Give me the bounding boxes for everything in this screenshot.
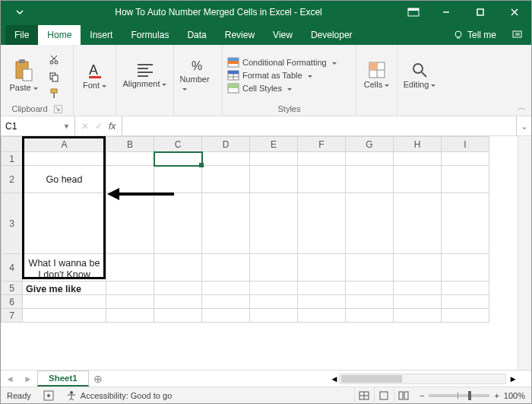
expand-formula-bar[interactable]: ⌄ [516,116,531,135]
tell-me[interactable]: Tell me [444,25,505,45]
zoom-slider[interactable] [429,394,489,397]
qat-customize[interactable] [1,8,39,17]
svg-line-40 [422,72,426,77]
col-header-G[interactable]: G [346,137,394,152]
cell-E1[interactable] [250,152,298,166]
cell-A2[interactable]: Go head [23,166,106,193]
tab-file[interactable]: File [5,25,38,45]
cell-A5[interactable]: Give me like [23,282,106,295]
minimize-button[interactable] [429,1,463,24]
cell-C1[interactable] [154,152,202,166]
macro-record[interactable] [37,390,60,401]
svg-rect-8 [513,31,521,37]
editing-label: Editing [404,80,436,89]
row-header-2[interactable]: 2 [2,166,23,193]
enter-formula[interactable]: ✓ [95,121,103,132]
number-button[interactable]: % Number [180,50,217,100]
cell-A4-line2: I don't Know [26,269,103,281]
format-as-table-button[interactable]: Format as Table [227,70,337,81]
row-header-4[interactable]: 4 [2,254,23,282]
alignment-icon [136,62,154,78]
cells-button[interactable]: Cells [361,50,392,100]
tab-home[interactable]: Home [38,25,81,45]
vertical-scrollbar[interactable] [518,136,531,370]
cell-A4-line1: What I wanna be [26,258,103,269]
horizontal-scrollbar[interactable] [339,374,506,384]
tab-data[interactable]: Data [178,25,215,45]
col-header-A[interactable]: A [23,137,106,152]
font-button[interactable]: A Font [78,50,111,100]
share-button[interactable] [505,24,531,45]
svg-rect-27 [228,61,239,64]
sheet-nav-prev[interactable]: ◄ [1,371,19,387]
group-styles: Conditional Formatting Format as Table C… [223,45,356,116]
row-header-1[interactable]: 1 [2,152,23,166]
row-header-3[interactable]: 3 [2,193,23,254]
view-page-break[interactable] [394,387,413,404]
view-normal[interactable] [354,387,374,404]
zoom-in[interactable]: + [494,391,499,400]
name-box[interactable]: C1 ▼ [1,116,75,135]
format-painter-button[interactable] [46,87,62,100]
zoom-out[interactable]: − [420,391,424,400]
col-header-F[interactable]: F [298,137,346,152]
cell-D1[interactable] [202,152,250,166]
cell-B1[interactable] [106,152,154,166]
col-header-B[interactable]: B [106,137,154,152]
collapse-ribbon[interactable]: ︿ [518,101,527,114]
paste-icon [14,59,33,81]
close-button[interactable] [497,1,531,24]
hscroll-left[interactable]: ◄ [330,374,338,383]
ribbon-display-options[interactable] [398,8,429,17]
accessibility-icon [66,390,77,401]
svg-rect-1 [408,8,419,11]
cell-A4[interactable]: What I wanna be I don't Know [23,254,106,282]
record-macro-icon [43,390,54,401]
tab-view[interactable]: View [264,25,302,45]
row-header-6[interactable]: 6 [2,295,23,309]
col-header-H[interactable]: H [394,137,442,152]
select-all-cell[interactable] [2,137,23,152]
editing-button[interactable]: Editing [402,50,437,100]
worksheet-grid[interactable]: A B C D E F G H I 1 [1,136,489,323]
row-header-5[interactable]: 5 [2,282,23,295]
clipboard-launcher[interactable]: ↘ [54,105,62,113]
tab-review[interactable]: Review [216,25,264,45]
cell-H1[interactable] [394,152,442,166]
sheet-nav-next[interactable]: ► [19,371,37,387]
tab-developer[interactable]: Developer [302,25,362,45]
cell-I1[interactable] [442,152,489,166]
titlebar: How To Auto Number Merged Cells in Excel… [1,1,531,24]
cell-G1[interactable] [346,152,394,166]
maximize-button[interactable] [463,1,497,24]
col-header-C[interactable]: C [154,137,202,152]
col-header-I[interactable]: I [442,137,489,152]
row-header-7[interactable]: 7 [2,309,23,323]
status-mode: Ready [1,391,37,400]
col-header-E[interactable]: E [250,137,298,152]
view-page-layout[interactable] [374,387,394,404]
insert-function[interactable]: fx [109,121,116,132]
col-header-D[interactable]: D [202,137,250,152]
accessibility-status[interactable]: Accessibility: Good to go [60,390,178,401]
cell-A3[interactable] [23,193,106,254]
cancel-formula[interactable]: ✕ [81,121,89,132]
copy-button[interactable] [46,70,62,84]
cell-A1[interactable] [23,152,106,166]
sheet-tab-active[interactable]: Sheet1 [37,371,89,387]
cell-styles-button[interactable]: Cell Styles [227,83,337,94]
new-sheet-button[interactable]: ⊕ [89,373,107,385]
tab-formulas[interactable]: Formulas [122,25,178,45]
zoom-level[interactable]: 100% [504,391,525,400]
tab-insert[interactable]: Insert [81,25,122,45]
group-clipboard: Paste Clipboard↘ [1,45,74,116]
cut-button[interactable] [46,53,62,67]
cell-F1[interactable] [298,152,346,166]
paste-button[interactable]: Paste [5,50,42,100]
svg-rect-15 [52,75,58,81]
conditional-formatting-button[interactable]: Conditional Formatting [227,57,337,68]
alignment-button[interactable]: Alignment [121,50,169,100]
group-editing: Editing [397,45,442,116]
hscroll-right[interactable]: ► [509,374,518,383]
formula-input[interactable] [122,116,516,135]
